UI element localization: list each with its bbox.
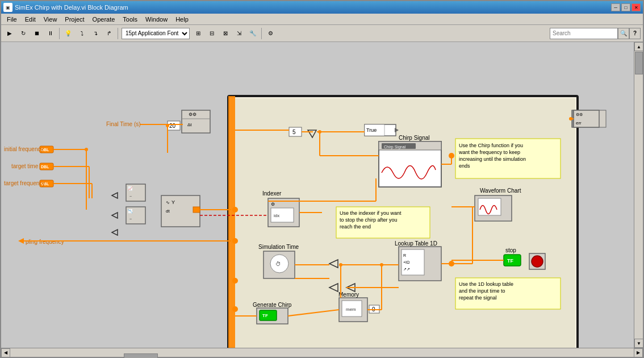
main-content: Error ⚙⚙ Δt Final Time (s) 20 DBL initia… (1, 42, 643, 348)
svg-text:~: ~ (129, 194, 132, 198)
window-title: SimEx Chirp with Delay.vi Block Diagram (15, 4, 611, 11)
svg-text:Indexer: Indexer (262, 190, 282, 197)
minimize-button[interactable]: ─ (611, 3, 620, 11)
svg-text:Δt: Δt (187, 122, 192, 127)
svg-text:want the frequency to keep: want the frequency to keep (458, 149, 520, 155)
scroll-up-button[interactable]: ▲ (634, 42, 643, 51)
svg-point-134 (232, 278, 238, 284)
svg-text:📈: 📈 (128, 186, 133, 191)
scroll-left-button[interactable]: ◀ (1, 348, 10, 357)
svg-text:⚙: ⚙ (271, 202, 275, 207)
svg-text:📉: 📉 (128, 209, 133, 214)
svg-point-105 (85, 148, 88, 151)
search-input[interactable] (550, 28, 618, 39)
font-selector[interactable]: 15pt Application Font (122, 28, 190, 39)
svg-text:and the input time to: and the input time to (459, 288, 505, 294)
final-time-label: Final Time (s) (106, 121, 141, 127)
svg-text:Y: Y (172, 199, 175, 205)
vertical-scrollbar[interactable]: ▲ ▼ (634, 42, 643, 348)
distribute-button[interactable]: ⊟ (206, 27, 218, 40)
search-button[interactable]: 🔍 (618, 28, 629, 39)
run-continuously-button[interactable]: ↻ (17, 27, 30, 40)
extra-tool[interactable]: ⚙ (264, 27, 277, 40)
pause-button[interactable]: ⏸ (44, 27, 57, 40)
maximize-button[interactable]: □ (621, 3, 630, 11)
clean-button[interactable]: 🔧 (246, 27, 259, 40)
run-button[interactable]: ▶ (3, 27, 16, 40)
svg-text:mem: mem (346, 307, 356, 312)
svg-text:R: R (403, 253, 406, 257)
menu-tools[interactable]: Tools (119, 15, 141, 23)
svg-text:ends: ends (459, 163, 470, 169)
highlight-button[interactable]: 💡 (62, 27, 74, 40)
menu-project[interactable]: Project (61, 15, 87, 23)
svg-text:stop: stop (505, 247, 516, 253)
scroll-track-vertical (634, 51, 643, 339)
svg-point-128 (380, 263, 383, 267)
svg-point-82 (532, 256, 543, 267)
reorder-button[interactable]: ⊠ (219, 27, 232, 40)
svg-text:idx: idx (274, 213, 279, 218)
svg-text:pling frequency: pling frequency (26, 239, 64, 245)
resize-button[interactable]: ⇲ (233, 27, 245, 40)
abort-button[interactable]: ⏹ (31, 27, 43, 40)
svg-text:dt: dt (166, 209, 170, 214)
svg-text:increasing until the simulatio: increasing until the simulation (459, 156, 526, 162)
svg-point-133 (232, 238, 238, 244)
step-over-button[interactable]: ⤵ (76, 27, 88, 40)
svg-text:Memory: Memory (338, 292, 359, 298)
align-button[interactable]: ⊞ (192, 27, 204, 40)
svg-text:Generate Chirp: Generate Chirp (253, 302, 292, 308)
svg-text:∿: ∿ (166, 200, 170, 205)
svg-text:⏱: ⏱ (275, 261, 281, 267)
menu-operate[interactable]: Operate (89, 15, 119, 23)
svg-text:to stop the chirp after you: to stop the chirp after you (340, 217, 398, 223)
svg-text:repeat the signal: repeat the signal (459, 295, 497, 301)
svg-text:True: True (366, 127, 377, 133)
svg-text:Simulation Time: Simulation Time (258, 244, 299, 250)
step-out-button[interactable]: ↱ (103, 27, 115, 40)
scroll-down-button[interactable]: ▼ (634, 339, 643, 348)
menu-view[interactable]: View (40, 15, 61, 23)
step-into-button[interactable]: ↴ (89, 27, 102, 40)
svg-text:Use the Chirp function if you: Use the Chirp function if you (459, 143, 523, 148)
svg-point-120 (318, 130, 321, 134)
svg-text:+IΩ: +IΩ (403, 260, 409, 264)
menu-help[interactable]: Help (172, 15, 192, 23)
window-controls: ─ □ ✕ (611, 3, 641, 11)
svg-text:↗↗: ↗↗ (403, 267, 410, 271)
scroll-thumb-horizontal[interactable] (124, 353, 158, 359)
menu-window[interactable]: Window (142, 15, 171, 23)
title-bar: ▣ SimEx Chirp with Delay.vi Block Diagra… (1, 1, 643, 14)
svg-text:TF: TF (507, 258, 513, 264)
svg-point-146 (450, 262, 453, 265)
scroll-right-button[interactable]: ▶ (634, 348, 643, 357)
help-button[interactable]: ? (629, 28, 641, 39)
svg-text:TF: TF (262, 313, 268, 318)
menu-edit[interactable]: Edit (22, 15, 39, 23)
svg-point-132 (232, 207, 238, 213)
svg-point-135 (232, 306, 238, 312)
scroll-thumb-vertical[interactable] (635, 52, 643, 74)
svg-text:Waveform Chart: Waveform Chart (480, 188, 521, 194)
menu-file[interactable]: File (3, 15, 20, 23)
sep3 (261, 28, 262, 39)
svg-point-113 (166, 124, 169, 127)
svg-text:⚙⚙: ⚙⚙ (576, 113, 583, 116)
search-area: 🔍 ? (550, 28, 641, 39)
sep2 (118, 28, 118, 39)
diagram-area[interactable]: Error ⚙⚙ Δt Final Time (s) 20 DBL initia… (1, 42, 634, 348)
svg-rect-37 (193, 207, 200, 213)
svg-text:target frequency: target frequency (4, 180, 45, 186)
svg-text:Chirp Signal: Chirp Signal (384, 145, 406, 149)
horizontal-scrollbar: ◀ ▶ (1, 348, 643, 357)
close-button[interactable]: ✕ (632, 3, 641, 11)
svg-text:~: ~ (129, 217, 132, 221)
svg-text:DBL: DBL (41, 165, 49, 169)
menu-bar: File Edit View Project Operate Tools Win… (1, 14, 643, 25)
svg-text:Use the 1D lookup table: Use the 1D lookup table (459, 281, 513, 287)
block-diagram-svg: Error ⚙⚙ Δt Final Time (s) 20 DBL initia… (1, 42, 632, 348)
svg-text:target time: target time (11, 163, 39, 169)
svg-text:Lookup Table 1D: Lookup Table 1D (395, 240, 437, 247)
app-icon: ▣ (3, 3, 12, 12)
